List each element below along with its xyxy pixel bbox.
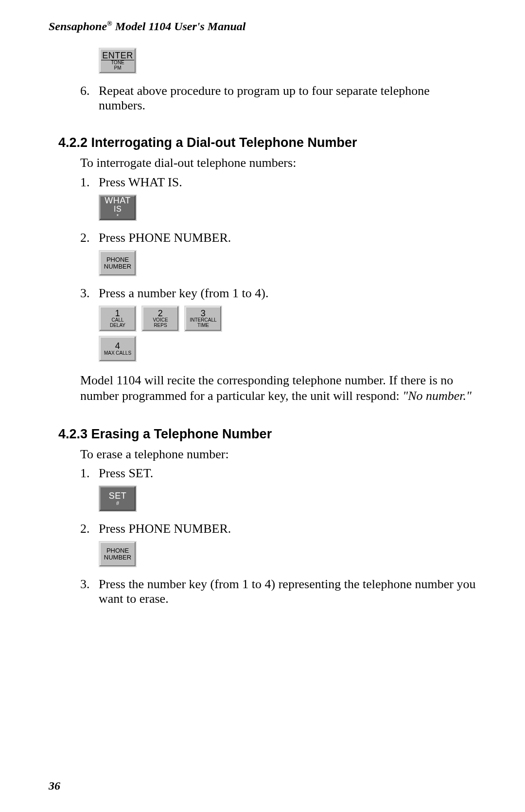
what-is-line3: * <box>117 214 119 219</box>
section-heading-422: 4.2.2 Interrogating a Dial-out Telephone… <box>58 135 476 150</box>
running-header: Sensaphone® Model 1104 User's Manual <box>49 19 476 33</box>
phone-line2: NUMBER <box>104 263 131 270</box>
list-item-6: 6. Repeat above procedure to program up … <box>80 84 476 113</box>
list-number: 3. <box>80 286 99 301</box>
enter-button-sub2: PM <box>114 66 122 71</box>
key-2-num: 2 <box>158 309 163 318</box>
list-text: Press WHAT IS. <box>99 175 476 190</box>
key-3-button: 3 INTERCALL TIME <box>184 306 222 332</box>
what-is-line1: WHAT <box>105 196 131 205</box>
phone-number-button-2: PHONE NUMBER <box>99 541 137 567</box>
set-line2: # <box>116 501 119 506</box>
key-1-button: 1 CALL DELAY <box>99 306 137 332</box>
key-3-l2: TIME <box>197 323 209 328</box>
section-422-intro: To interrogate dial-out telephone number… <box>80 155 476 171</box>
header-suffix: Model 1104 User's Manual <box>112 20 246 33</box>
set-line1: SET <box>109 491 127 501</box>
prior-step-button-row: ENTER TONE PM <box>80 48 476 81</box>
key-1-l2: DELAY <box>110 323 125 328</box>
list-number: 6. <box>80 84 99 98</box>
key-1-num: 1 <box>115 309 121 318</box>
section-422-outro: Model 1104 will recite the corresponding… <box>80 373 476 404</box>
set-button: SET # <box>99 486 137 512</box>
what-is-button: WHAT IS * <box>99 195 137 221</box>
s423-step1: 1. Press SET. SET # <box>80 466 476 519</box>
header-reg: ® <box>107 19 112 27</box>
key-4-button: 4 MAX CALLS <box>99 336 137 362</box>
key-2-button: 2 VOICE REPS <box>141 306 179 332</box>
s422-step2: 2. Press PHONE NUMBER. PHONE NUMBER <box>80 231 476 283</box>
key-4-num: 4 <box>115 342 121 351</box>
list-number: 2. <box>80 522 99 536</box>
list-number: 1. <box>80 466 99 481</box>
s422-step1: 1. Press WHAT IS. WHAT IS * <box>80 175 476 228</box>
outro-text: Model 1104 will recite the corresponding… <box>80 373 453 403</box>
list-number: 3. <box>80 577 99 592</box>
header-prefix: Sensaphone <box>49 20 107 33</box>
list-number: 1. <box>80 175 99 190</box>
s423-step2: 2. Press PHONE NUMBER. PHONE NUMBER <box>80 522 476 574</box>
enter-button-label: ENTER <box>101 51 134 61</box>
phone2-line1: PHONE <box>106 547 129 554</box>
key-4-l1: MAX CALLS <box>104 351 131 356</box>
list-text: Press PHONE NUMBER. <box>99 522 476 536</box>
key-2-l2: REPS <box>154 323 167 328</box>
what-is-line2: IS <box>114 205 122 214</box>
section-heading-423: 4.2.3 Erasing a Telephone Number <box>58 427 476 442</box>
enter-button: ENTER TONE PM <box>99 48 137 74</box>
page-number: 36 <box>49 779 60 793</box>
s422-step3: 3. Press a number key (from 1 to 4). 1 C… <box>80 286 476 369</box>
key-3-num: 3 <box>201 309 206 318</box>
s423-step3: 3. Press the number key (from 1 to 4) re… <box>80 577 476 606</box>
section-423-intro: To erase a telephone number: <box>80 447 476 463</box>
phone-number-button: PHONE NUMBER <box>99 250 137 276</box>
list-text: Press SET. <box>99 466 476 481</box>
phone2-line2: NUMBER <box>104 554 131 561</box>
list-number: 2. <box>80 231 99 245</box>
list-text: Press PHONE NUMBER. <box>99 231 476 245</box>
list-text: Press the number key (from 1 to 4) repre… <box>99 577 476 606</box>
list-text: Press a number key (from 1 to 4). <box>99 286 476 301</box>
outro-quote: "No number." <box>402 389 472 403</box>
phone-line1: PHONE <box>106 256 129 263</box>
list-text: Repeat above procedure to program up to … <box>99 84 476 113</box>
